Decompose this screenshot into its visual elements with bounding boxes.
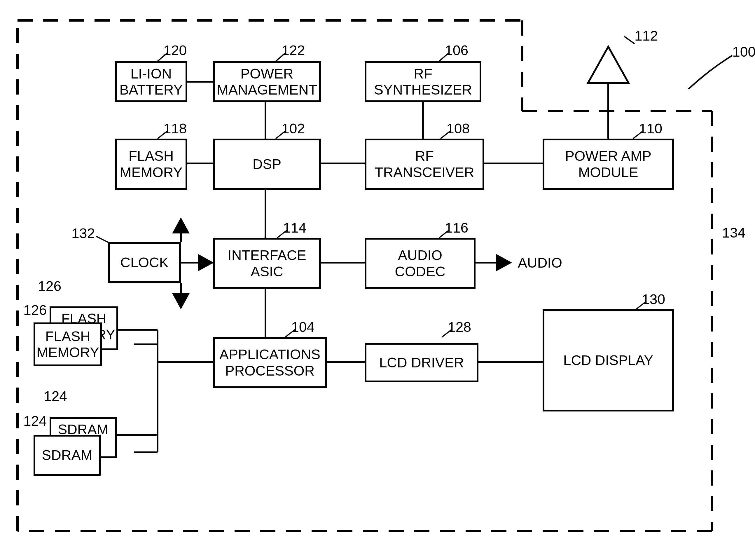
svg-line-49	[96, 236, 108, 242]
block-power-amp-module: POWER AMP MODULE	[543, 139, 674, 190]
ref-pwr-mgmt: 122	[282, 42, 305, 58]
app-proc-label: APPLICATIONS PROCESSOR	[219, 346, 320, 379]
block-flash-stack-front: FLASH MEMORY	[34, 322, 102, 366]
ref-boundary: 134	[722, 225, 746, 241]
ref-flash-b: 126	[23, 302, 47, 318]
ref-flash-mem: 118	[163, 121, 187, 137]
svg-marker-35	[496, 254, 512, 272]
pwr-mgmt-label: POWER MANAGEMENT	[217, 66, 317, 98]
ref-lcd-driver: 128	[448, 319, 471, 335]
ref-dsp: 102	[282, 121, 305, 137]
ref-iface-asic: 114	[283, 220, 306, 236]
iface-asic-label: INTERFACE ASIC	[227, 247, 306, 279]
lcd-driver-label: LCD DRIVER	[379, 355, 464, 371]
block-lcd-display: LCD DISPLAY	[543, 309, 674, 412]
ref-lcd-display: 130	[642, 291, 665, 307]
block-audio-codec: AUDIO CODEC	[365, 238, 475, 289]
block-rf-synthesizer: RF SYNTHESIZER	[365, 61, 481, 102]
flash-stack-front-label: FLASH MEMORY	[37, 328, 99, 360]
block-sdram-front: SDRAM	[34, 435, 101, 476]
block-clock: CLOCK	[108, 242, 181, 283]
svg-marker-7	[588, 47, 629, 83]
ref-battery: 120	[163, 42, 187, 58]
lcd-display-label: LCD DISPLAY	[563, 352, 653, 368]
svg-line-48	[624, 37, 634, 44]
audio-output-label: AUDIO	[518, 255, 562, 271]
clock-label: CLOCK	[120, 255, 168, 271]
ref-system: 100	[732, 44, 755, 60]
block-lcd-driver: LCD DRIVER	[365, 343, 478, 382]
rf-trx-label: RF TRANSCEIVER	[374, 148, 474, 180]
block-power-management: POWER MANAGEMENT	[213, 61, 321, 102]
audio-codec-label: AUDIO CODEC	[395, 247, 445, 279]
block-dsp: DSP	[213, 139, 321, 190]
block-interface-asic: INTERFACE ASIC	[213, 238, 321, 289]
ref-rf-synth: 106	[445, 42, 468, 58]
flash-mem-label: FLASH MEMORY	[120, 148, 182, 180]
ref-antenna: 112	[634, 28, 658, 44]
block-applications-processor: APPLICATIONS PROCESSOR	[213, 337, 327, 388]
rf-synth-label: RF SYNTHESIZER	[374, 66, 472, 98]
ref-pa-module: 110	[639, 121, 662, 137]
ref-audio-codec: 116	[445, 220, 468, 236]
block-rf-transceiver: RF TRANSCEIVER	[365, 139, 484, 190]
svg-marker-32	[198, 254, 214, 272]
ref-clock: 132	[72, 225, 95, 241]
pa-module-label: POWER AMP MODULE	[565, 148, 651, 180]
ref-rf-trx: 108	[446, 121, 470, 137]
block-battery: LI-ION BATTERY	[115, 61, 187, 102]
ref-sdram-a: 124	[44, 388, 67, 404]
block-flash-memory: FLASH MEMORY	[115, 139, 187, 190]
ref-sdram-b: 124	[23, 413, 47, 429]
ref-app-proc: 104	[291, 319, 314, 335]
sdram-front-label: SDRAM	[42, 447, 92, 463]
svg-marker-33	[172, 217, 190, 234]
ref-flash-a: 126	[38, 278, 61, 294]
battery-label: LI-ION BATTERY	[120, 66, 183, 98]
dsp-label: DSP	[253, 156, 282, 172]
svg-marker-34	[172, 293, 190, 309]
